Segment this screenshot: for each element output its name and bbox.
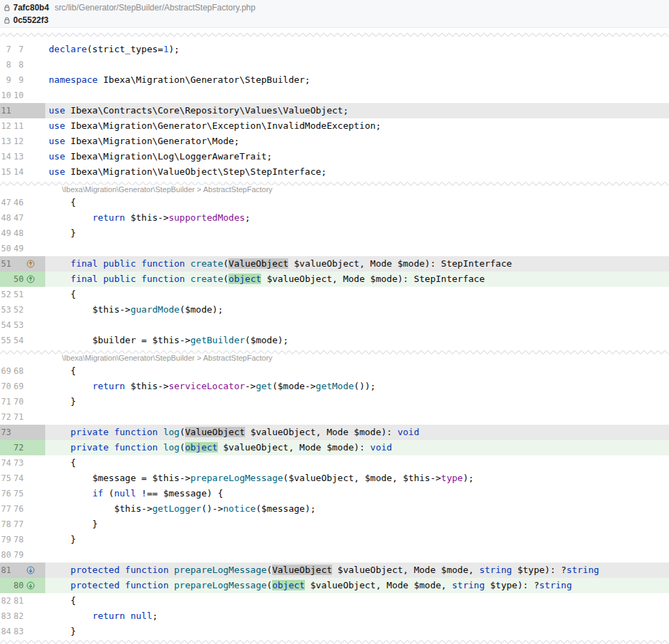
code-line: if (null !== $message) {	[45, 486, 669, 501]
old-line-number: 53	[0, 302, 13, 317]
old-line-number: 52	[0, 287, 13, 302]
diff-row: 7675 if (null !== $message) {	[0, 486, 669, 501]
gutter-spacer	[24, 210, 45, 226]
overridden-method-icon[interactable]	[24, 578, 45, 593]
diff-row: 99namespace Ibexa\Migration\Generator\St…	[0, 72, 669, 88]
new-line-number: 12	[13, 134, 24, 149]
gutter-spacer	[24, 287, 45, 302]
code-line: namespace Ibexa\Migration\Generator\Step…	[45, 72, 669, 88]
collapsed-region-separator[interactable]	[0, 639, 669, 643]
code-line	[45, 547, 669, 563]
new-line-number: 76	[13, 501, 24, 517]
new-line-number: 51	[13, 287, 24, 302]
diff-row: 72 private function log(object $valueObj…	[0, 440, 669, 455]
old-line-number: 48	[0, 210, 13, 226]
gutter-spacer	[24, 134, 45, 149]
old-line-number: 70	[0, 379, 13, 394]
new-line-number: 7	[13, 42, 24, 57]
override-method-icon[interactable]	[24, 256, 45, 272]
new-line-number: 49	[13, 241, 24, 256]
diff-row: 5554 $builder = $this->getBuilder($mode)…	[0, 333, 669, 348]
old-line-number: 78	[0, 517, 13, 532]
diff-row: 88	[0, 57, 669, 72]
diff-row: 80 protected function prepareLogMessage(…	[0, 578, 669, 593]
old-line-number: 50	[0, 241, 13, 256]
diff-row: 7271	[0, 409, 669, 425]
gutter-spacer	[24, 394, 45, 409]
code-line	[45, 409, 669, 425]
new-line-number: 82	[13, 608, 24, 624]
code-line: return $this->serviceLocator->get($mode-…	[45, 379, 669, 394]
revision-old: 7afc80b4	[13, 3, 49, 13]
code-line: final public function create(ValueObject…	[45, 256, 669, 272]
gutter-spacer	[24, 103, 45, 118]
code-line: }	[45, 394, 669, 409]
old-line-number: 47	[0, 195, 13, 210]
old-line-number: 14	[0, 149, 13, 164]
gutter-spacer	[24, 149, 45, 164]
gutter-spacer	[24, 608, 45, 624]
new-line-number: 80	[13, 578, 24, 593]
diff-row: 7877 }	[0, 517, 669, 532]
diff-row: 6968 {	[0, 363, 669, 379]
gutter-spacer	[24, 409, 45, 425]
old-line-number: 9	[0, 72, 13, 88]
collapsed-region-separator[interactable]	[0, 28, 669, 42]
new-line-number: 71	[13, 409, 24, 425]
old-line-number: 75	[0, 471, 13, 486]
code-line: {	[45, 287, 669, 302]
revision-new: 0c5522f3	[13, 15, 49, 25]
collapsed-region-separator[interactable]: \Ibexa\Migration\Generator\StepBuilder >…	[0, 348, 669, 363]
new-line-number: 81	[13, 593, 24, 608]
gutter-spacer	[24, 42, 45, 57]
code-line: }	[45, 517, 669, 532]
override-method-icon[interactable]	[24, 272, 45, 287]
old-line-number	[0, 440, 13, 455]
gutter-spacer	[24, 164, 45, 180]
code-line: $this->getLogger()->notice($message);	[45, 501, 669, 517]
code-line	[45, 241, 669, 256]
new-line-number: 50	[13, 272, 24, 287]
code-line: use Ibexa\Contracts\Core\Repository\Valu…	[45, 103, 669, 118]
diff-row: 51 final public function create(ValueObj…	[0, 256, 669, 272]
new-line-number: 54	[13, 333, 24, 348]
old-line-number: 74	[0, 455, 13, 471]
old-line-number: 69	[0, 363, 13, 379]
collapsed-region-separator[interactable]: \Ibexa\Migration\Generator\StepBuilder >…	[0, 180, 669, 195]
old-line-number: 83	[0, 608, 13, 624]
new-line-number: 48	[13, 226, 24, 241]
gutter-spacer	[24, 241, 45, 256]
code-line	[45, 88, 669, 103]
diff-row: 8281 {	[0, 593, 669, 608]
old-line-number: 12	[0, 118, 13, 134]
gutter-spacer	[24, 118, 45, 134]
lock-icon	[3, 4, 11, 12]
diff-row: 7069 return $this->serviceLocator->get($…	[0, 379, 669, 394]
code-line: $builder = $this->getBuilder($mode);	[45, 333, 669, 348]
old-line-number: 84	[0, 624, 13, 639]
code-line: use Ibexa\Migration\Log\LoggerAwareTrait…	[45, 149, 669, 164]
code-line: }	[45, 624, 669, 639]
gutter-spacer	[24, 593, 45, 608]
code-line: private function log(object $valueObject…	[45, 440, 669, 455]
diff-row: 7776 $this->getLogger()->notice($message…	[0, 501, 669, 517]
old-line-number: 72	[0, 409, 13, 425]
diff-body[interactable]: 77declare(strict_types=1);8899namespace …	[0, 28, 669, 643]
code-line: $message = $this->prepareLogMessage($val…	[45, 471, 669, 486]
code-line: private function log(ValueObject $valueO…	[45, 425, 669, 440]
diff-row: 1312use Ibexa\Migration\Generator\Mode;	[0, 134, 669, 149]
new-line-number: 52	[13, 302, 24, 317]
diff-row: 7170 }	[0, 394, 669, 409]
new-line-number: 75	[13, 486, 24, 501]
code-line: use Ibexa\Migration\Generator\Exception\…	[45, 118, 669, 134]
code-line	[45, 317, 669, 333]
diff-row: 4746 {	[0, 195, 669, 210]
overridden-method-icon[interactable]	[24, 563, 45, 578]
code-line: {	[45, 593, 669, 608]
new-line-number: 8	[13, 57, 24, 72]
diff-row: 7978 }	[0, 532, 669, 547]
diff-row: 8079	[0, 547, 669, 563]
old-line-number: 55	[0, 333, 13, 348]
old-line-number: 51	[0, 256, 13, 272]
new-line-number: 74	[13, 471, 24, 486]
